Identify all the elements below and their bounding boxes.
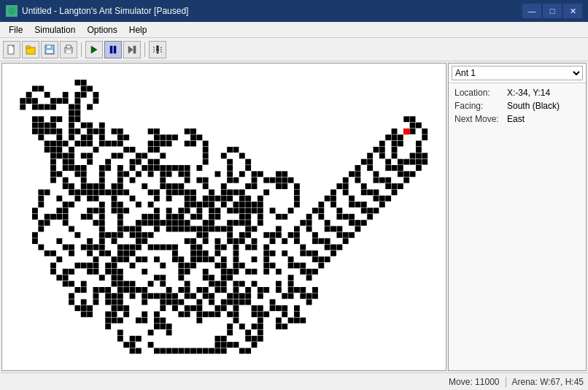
svg-line-20	[160, 47, 162, 48]
menu-file[interactable]: File	[3, 23, 28, 37]
menu-help[interactable]: Help	[123, 23, 153, 37]
toolbar	[0, 38, 588, 61]
step-forward-icon	[128, 45, 136, 54]
menu-simulation[interactable]: Simulation	[28, 23, 81, 37]
facing-row: Facing: South (Black)	[454, 101, 580, 111]
menu-options[interactable]: Options	[81, 23, 123, 37]
svg-line-19	[153, 47, 155, 48]
print-button[interactable]	[60, 41, 77, 58]
ant-select-dropdown[interactable]: Ant 1	[452, 66, 583, 80]
svg-point-1	[8, 7, 15, 15]
new-button[interactable]	[3, 41, 20, 58]
stop-button[interactable]	[123, 41, 141, 58]
next-move-value: East	[507, 114, 525, 124]
svg-rect-4	[26, 46, 30, 48]
minimize-button[interactable]: —	[522, 4, 541, 18]
svg-rect-12	[110, 46, 112, 53]
save-icon	[45, 45, 55, 55]
svg-rect-10	[66, 50, 71, 53]
add-ant-button[interactable]	[149, 41, 166, 58]
maximize-button[interactable]: □	[543, 4, 562, 18]
app-icon	[6, 5, 18, 17]
svg-rect-6	[47, 45, 51, 48]
run-icon	[90, 45, 98, 54]
pause-icon	[109, 45, 117, 54]
title-bar: Untitled - Langton's Ant Simulator [Paus…	[0, 0, 588, 22]
svg-marker-11	[91, 46, 97, 53]
next-move-label: Next Move:	[454, 114, 504, 124]
svg-rect-7	[46, 50, 53, 53]
print-icon	[63, 45, 74, 55]
facing-label: Facing:	[454, 101, 504, 111]
ant-icon	[152, 45, 163, 55]
title-text: Untitled - Langton's Ant Simulator [Paus…	[22, 6, 188, 16]
ant-selector: Ant 1	[449, 64, 586, 83]
main-content: Ant 1 Location: X:-34, Y:14 Facing: Sout…	[0, 61, 588, 372]
right-panel: Ant 1 Location: X:-34, Y:14 Facing: Sout…	[448, 63, 587, 371]
status-separator	[506, 377, 506, 387]
location-row: Location: X:-34, Y:14	[454, 88, 580, 98]
save-button[interactable]	[41, 41, 58, 58]
svg-rect-13	[114, 46, 116, 53]
next-move-row: Next Move: East	[454, 114, 580, 124]
facing-value: South (Black)	[507, 101, 560, 111]
menu-bar: File Simulation Options Help	[0, 22, 588, 38]
svg-point-17	[156, 45, 159, 48]
new-icon	[7, 45, 17, 55]
status-bar: Move: 11000 Arena: W:67, H:45	[0, 372, 588, 390]
svg-marker-14	[128, 46, 133, 53]
location-label: Location:	[454, 88, 504, 98]
svg-point-18	[157, 51, 159, 53]
separator-1	[81, 42, 82, 57]
close-button[interactable]: ✕	[563, 4, 582, 18]
location-value: X:-34, Y:14	[507, 88, 550, 98]
pause-button[interactable]	[104, 41, 122, 58]
open-icon	[26, 45, 36, 55]
svg-rect-15	[134, 46, 136, 53]
svg-rect-9	[66, 45, 71, 48]
svg-line-23	[153, 51, 155, 53]
svg-line-24	[160, 51, 162, 53]
arena-status: Arena: W:67, H:45	[512, 377, 584, 387]
open-button[interactable]	[22, 41, 39, 58]
run-button[interactable]	[85, 41, 103, 58]
ant-info: Location: X:-34, Y:14 Facing: South (Bla…	[449, 83, 586, 129]
simulation-area	[1, 63, 446, 371]
move-status: Move: 11000	[449, 377, 499, 387]
separator-2	[144, 42, 145, 57]
simulation-canvas[interactable]	[2, 64, 446, 370]
